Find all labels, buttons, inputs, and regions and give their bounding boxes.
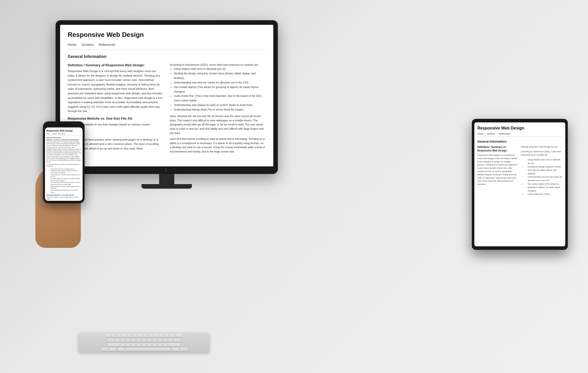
tablet-website: Responsive Web Design Home Screens Refer… [474,122,565,200]
tablet-nav-references[interactable]: References [499,133,510,135]
phone-website: Responsive Web Design Home Screens Refer… [45,127,83,201]
desktop-scrolling-right: users find themselves scrolling to read … [170,137,266,154]
key-ctrl [101,348,108,351]
phone-vs-title: Responsive Website vs. One-Size Fits All… [46,194,81,196]
desktop-bullet-list: Using relative units (em) vs absolute (p… [170,67,266,112]
phone-bullet-6: Understanding web (slower to load) vs sy… [48,186,81,189]
monitor-bottom-bar:  [60,166,273,174]
mobile-phone: Responsive Web Design Home Screens Refer… [35,121,86,248]
desktop-bullet-5: Code mobile first. (This is the most imp… [174,94,266,103]
desktop-two-column: Definition / Summary of Responsive Web D… [68,63,266,154]
phone-definition-body: Responsive Web Design is a concept that … [46,141,81,163]
key [138,334,142,338]
key [158,343,162,347]
keyboard-row-2 [107,339,181,342]
phone-bullet-1: Using relative units (em) vs absolute (p… [48,168,81,170]
phone-site-title: Responsive Web Design [46,129,81,132]
tablet-nav-screens[interactable]: Screens [487,133,495,135]
monitor-frame: Responsive Web Design Home Screens Refer… [56,20,278,174]
keyboard-row-4 [101,348,188,351]
key [148,334,153,338]
key [169,334,174,338]
tablet-nav-home[interactable]: Home [477,133,483,135]
key [152,343,157,347]
monitor-screen: Responsive Web Design Home Screens Refer… [60,25,273,166]
key-return [174,339,181,342]
key [168,339,173,342]
key [111,334,116,338]
desktop-general-info-title: General Information: [68,54,266,60]
phone-bullet-7: Understanding bitmap (think Ps) vs vecto… [48,189,81,193]
desktop-site-nav: Home Screens References [68,42,266,50]
phone-bullet-3: Understanding max and min values for @me… [48,174,81,178]
desktop-nav-screens[interactable]: Screens [82,42,94,47]
tablet-bullet-5: Code mobile first. (This is [525,192,562,196]
key [126,343,130,347]
tablet-bullet-1: Using relative units (em) vs absolute (p… [525,158,562,165]
key [132,334,137,338]
keyboard-row-1 [106,334,182,338]
keyboard [78,333,210,353]
phone-definition-title: Definition / Summary of Responsive Web D… [46,139,81,141]
tablet-bullet-2: Dividing the design using four screen si… [525,165,562,175]
phone-general-info: General Information: [46,137,81,138]
keyboard-row-3 [108,343,180,347]
key [115,339,120,342]
desktop-bullet-3: Understanding max and min values for @me… [174,80,266,85]
key [131,339,136,342]
monitor-stand-base [141,184,192,189]
desktop-bullet-7: Understanding bitmap (think Ps) vs vecto… [174,107,266,112]
phone-hackernoon-intro: According to Hackernoon (2021), some oth… [46,164,81,167]
key [127,334,132,338]
desktop-website: Responsive Web Design Home Screens Refer… [60,25,273,159]
key [164,334,169,338]
tablet-bullet-4: Use nested objects (This allows for grou… [525,182,562,193]
key [147,339,152,342]
key [147,343,152,347]
tablet-site-nav: Home Screens References [477,133,562,137]
key [120,339,125,342]
key [163,339,167,342]
tablet-right-col: difficulty, guide their way through the … [521,145,562,196]
tablet-right-intro: difficulty, guide their way through the … [521,145,562,149]
tablet-hackernoon-italic: Hackernoon (2021) [533,150,550,153]
tablet-two-column: Definition / Summary of Responsive Web D… [477,145,562,196]
tablet-bullet-list: Using relative units (em) vs absolute (p… [521,158,562,196]
phone-nav-references[interactable]: References [58,133,65,135]
phone-bullet-2: Dividing the design using four screen si… [48,170,81,174]
desktop-bullet-2: Dividing the design using four screen si… [174,71,266,80]
key-cmd [117,348,125,351]
key-shift-right [168,343,180,347]
key [158,339,162,342]
phone-notch [58,124,70,125]
desktop-definition-body: Responsive Web Design is a concept that … [68,69,164,114]
tablet-left-col: Definition / Summary of Responsive Web D… [477,145,519,196]
key [143,334,148,338]
desktop-right-continuation: sizes, whereas the old one-size fits all… [170,114,266,135]
desktop-hackernoon-intro: According to Hackernoon (2021), some oth… [170,63,266,67]
phone-with-hand: Responsive Web Design Home Screens Refer… [35,121,86,248]
key [159,334,163,338]
key [163,343,167,347]
desktop-nav-home[interactable]: Home [68,42,77,47]
key [136,343,141,347]
apple-logo-icon:  [165,168,167,172]
phone-nav-screens[interactable]: Screens [52,133,57,135]
tablet-definition-body: Responsive Web Design is a concept that … [477,154,519,186]
phone-hackernoon-italic: Hackernoon (2021) [54,164,64,165]
desktop-bullet-4: Use nested objects (This allows for grou… [174,85,266,94]
phone-bullet-5: Code mobile first. (This is the most imp… [48,182,81,185]
tablet-device: Responsive Web Design Home Screens Refer… [472,119,568,250]
phone-bullet-4: Use nested objects (This allows for grou… [48,178,81,182]
key [116,334,121,338]
hackernoon-italic: Hackernoon (2021) [185,63,208,66]
tablet-screen: Responsive Web Design Home Screens Refer… [474,122,565,246]
tablet-site-title: Responsive Web Design [477,126,562,130]
phone-nav-home[interactable]: Home [46,133,50,135]
tablet-frame: Responsive Web Design Home Screens Refer… [472,119,568,250]
desktop-nav-references[interactable]: References [99,42,115,47]
tablet-hackernoon-intro: According to Hackernoon (2021), some oth… [521,150,562,157]
phone-screen: Responsive Web Design Home Screens Refer… [45,127,83,201]
desktop-bullet-1: Using relative units (em) vs absolute (p… [174,67,266,71]
key-alt-right [180,348,188,351]
